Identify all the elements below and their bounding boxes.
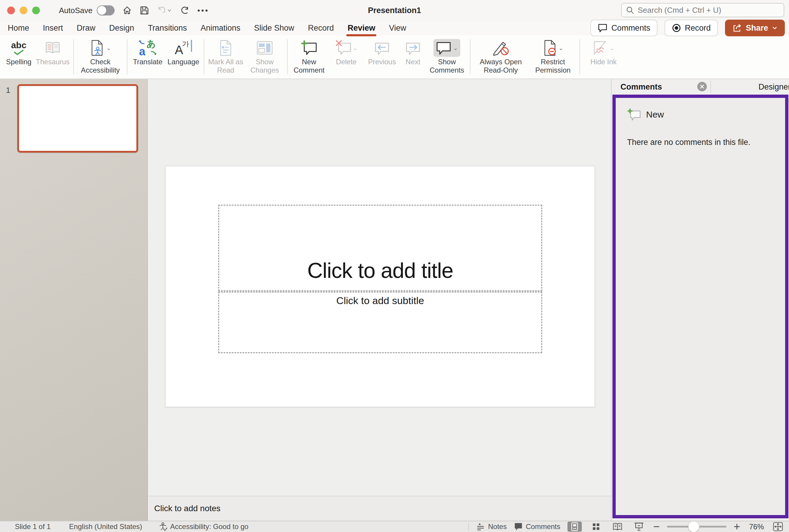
subtitle-placeholder[interactable]: Click to add subtitle xyxy=(218,291,542,353)
comments-panel-tabs: Comments Designer xyxy=(611,79,789,95)
show-changes-icon xyxy=(256,38,273,58)
tab-draw[interactable]: Draw xyxy=(77,23,96,33)
redo-icon xyxy=(180,5,190,16)
accessibility-status[interactable]: Accessibility: Good to go xyxy=(159,522,249,531)
zoom-window-button[interactable] xyxy=(32,6,40,14)
undo-button[interactable] xyxy=(157,5,172,16)
view-slideshow-button[interactable] xyxy=(632,521,646,532)
more-toolbar-button[interactable]: ••• xyxy=(197,6,209,15)
view-slide-sorter-button[interactable] xyxy=(589,521,603,532)
tab-review[interactable]: Review xyxy=(347,23,375,33)
notes-icon xyxy=(476,522,485,531)
language-button[interactable]: A 가 Language xyxy=(167,38,200,66)
tab-design[interactable]: Design xyxy=(109,23,134,33)
record-button[interactable]: Record xyxy=(664,20,718,36)
home-icon xyxy=(122,6,132,15)
statusbar-right: Notes Comments 76% xyxy=(468,521,783,532)
chevron-down-icon: ⌄ xyxy=(558,45,563,52)
share-chevron-icon xyxy=(772,26,778,30)
always-open-read-only-button[interactable]: Always Open Read-Only xyxy=(474,38,527,74)
new-comment-button[interactable]: New Comment xyxy=(292,38,327,74)
title-placeholder[interactable]: Click to add title xyxy=(218,205,542,291)
minimize-window-button[interactable] xyxy=(20,6,27,14)
chevron-down-icon: ⌄ xyxy=(106,45,111,52)
chevron-down-icon: ⌄ xyxy=(453,45,458,52)
restrict-permission-button[interactable]: ⌄ Restrict Permission xyxy=(530,38,575,74)
show-changes-button[interactable]: Show Changes xyxy=(246,38,283,74)
zoom-slider-knob[interactable] xyxy=(689,521,699,532)
comments-button[interactable]: Comments xyxy=(514,522,560,531)
hide-ink-button[interactable]: ⌄ Hide Ink xyxy=(584,38,623,66)
check-accessibility-button[interactable]: ⌄ Check Accessibility xyxy=(78,38,123,74)
tab-slide-show[interactable]: Slide Show xyxy=(254,23,294,33)
slide-thumbnail[interactable] xyxy=(17,84,138,153)
home-button[interactable] xyxy=(122,6,132,15)
powerpoint-window: AutoSave ••• Presentation1 Home Insert D… xyxy=(0,0,789,532)
view-reading-button[interactable] xyxy=(610,521,625,532)
delete-comment-button[interactable]: ⌄ Delete xyxy=(330,38,363,66)
zoom-slider[interactable] xyxy=(667,526,727,528)
previous-comment-button[interactable]: Previous xyxy=(366,38,398,66)
tab-animations[interactable]: Animations xyxy=(201,23,241,33)
ribbon: abc Spelling Thesaurus ⌄ Check Accessibi… xyxy=(0,35,789,79)
slide-thumbnail-pane: 1 xyxy=(0,79,149,521)
new-comment-panel-button[interactable]: New xyxy=(627,108,779,121)
record-button-label: Record xyxy=(685,23,711,33)
spelling-button[interactable]: abc Spelling xyxy=(4,38,33,66)
save-button[interactable] xyxy=(140,6,149,15)
close-panel-button[interactable] xyxy=(697,82,707,91)
notes-button[interactable]: Notes xyxy=(476,522,507,531)
ribbon-group-divider xyxy=(287,39,288,74)
toggle-knob xyxy=(97,6,106,15)
slide-canvas: Click to add title Click to add subtitle xyxy=(149,79,611,496)
close-window-button[interactable] xyxy=(7,6,15,14)
show-comments-button[interactable]: ⌄ Show Comments xyxy=(428,38,466,74)
autosave-toggle[interactable] xyxy=(97,5,115,16)
search-box[interactable] xyxy=(621,3,784,17)
ribbon-group-divider xyxy=(580,39,580,74)
next-comment-icon xyxy=(405,38,421,58)
tab-insert[interactable]: Insert xyxy=(43,23,63,33)
mark-all-as-read-button[interactable]: Mark All as Read xyxy=(208,38,243,74)
undo-icon xyxy=(157,5,167,16)
zoom-in-button[interactable] xyxy=(734,524,740,530)
show-comments-icon xyxy=(436,41,452,55)
tab-home[interactable]: Home xyxy=(8,23,29,33)
redo-button[interactable] xyxy=(180,5,190,16)
slide[interactable]: Click to add title Click to add subtitle xyxy=(165,166,595,407)
share-button[interactable]: Share xyxy=(725,20,785,36)
fit-slide-button[interactable] xyxy=(773,522,783,531)
ellipsis-icon: ••• xyxy=(197,6,209,15)
translate-button[interactable]: あ a Translate xyxy=(131,38,164,66)
content-area: 1 Click to add title Click to add subtit… xyxy=(0,79,789,521)
ribbon-group-divider xyxy=(204,39,204,74)
undo-chevron-icon xyxy=(167,8,172,12)
notes-button-label: Notes xyxy=(488,522,507,531)
status-bar: Slide 1 of 1 English (United States) Acc… xyxy=(0,521,789,532)
zoom-out-button[interactable] xyxy=(653,524,660,530)
subtitle-placeholder-text: Click to add subtitle xyxy=(336,295,424,306)
mark-all-as-read-icon xyxy=(219,38,233,58)
search-input[interactable] xyxy=(638,6,775,15)
comments-toggle-button[interactable]: Comments xyxy=(590,20,657,36)
hide-ink-icon xyxy=(592,40,609,55)
translate-icon: あ a xyxy=(139,38,157,58)
chevron-down-icon: ⌄ xyxy=(610,45,614,52)
tab-transitions[interactable]: Transitions xyxy=(148,23,187,33)
tab-view[interactable]: View xyxy=(389,23,406,33)
thesaurus-button[interactable]: Thesaurus xyxy=(36,38,69,66)
spelling-icon: abc xyxy=(11,38,26,58)
next-comment-button[interactable]: Next xyxy=(401,38,425,66)
comments-button-label: Comments xyxy=(611,23,650,33)
show-comments-selected-highlight: ⌄ xyxy=(434,39,460,57)
tab-comments-panel[interactable]: Comments xyxy=(621,82,662,92)
tab-record[interactable]: Record xyxy=(308,23,334,33)
language-status[interactable]: English (United States) xyxy=(69,522,142,531)
tab-designer-panel[interactable]: Designer xyxy=(759,82,789,92)
chevron-down-icon: ⌄ xyxy=(353,45,357,52)
notes-area[interactable]: Click to add notes xyxy=(149,496,611,521)
ribbon-group-divider xyxy=(73,39,74,74)
view-normal-button[interactable] xyxy=(568,521,582,532)
zoom-level[interactable]: 76% xyxy=(747,522,766,531)
save-icon xyxy=(140,6,149,15)
